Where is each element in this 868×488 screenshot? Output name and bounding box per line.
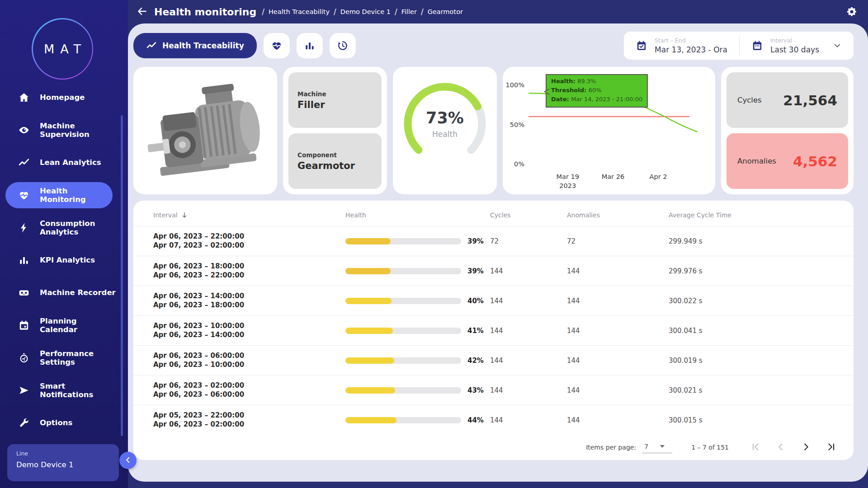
machine-component-card: Machine Filler Component Gearmotor [283, 67, 387, 194]
view-switch-buttons [264, 33, 356, 58]
anomalies-label: Anomalies [737, 157, 776, 165]
bar-chart-icon [18, 254, 30, 266]
sidebar-item-machine-supervision[interactable]: Machine Supervision [0, 114, 128, 146]
page-next-icon [801, 442, 811, 453]
calendar-icon [18, 319, 30, 331]
svg-text:Apr 2: Apr 2 [650, 173, 667, 180]
eye-icon [18, 124, 30, 136]
column-interval[interactable]: Interval [153, 211, 345, 219]
sidebar-item-label: Performance Settings [40, 349, 94, 367]
heart-pulse-icon [271, 40, 283, 52]
tooltip-row: Date: Mar 14, 2023 - 21:00:00 [551, 95, 642, 104]
columns-view-button[interactable] [297, 33, 323, 58]
sidebar-item-machine-recorder[interactable]: Machine Recorder [0, 277, 128, 309]
settings-gear-button[interactable] [846, 6, 857, 17]
sidebar-item-label: Planning Calendar [40, 317, 77, 334]
column-health[interactable]: Health [345, 211, 490, 219]
table-row[interactable]: Apr 06, 2023 – 18:00:00 Apr 06, 2023 – 2… [133, 256, 854, 286]
anomalies-stat: Anomalies 4,562 [726, 133, 848, 189]
column-average-cycle-time[interactable]: Average Cycle Time [669, 211, 834, 219]
health-trend-chart-card: 100%50%0%Mar 192023Mar 26Apr 2 Health: 8… [503, 67, 715, 194]
history-view-button[interactable] [330, 33, 356, 58]
calendar-check-icon [636, 40, 647, 52]
health-cell: 44% [345, 416, 490, 424]
breadcrumb-item[interactable]: Health Traceability [269, 8, 330, 15]
avg-cycle-time-cell: 299.976 s [669, 267, 834, 275]
date-range-picker[interactable]: Start – End Mar 13, 2023 - Ora [624, 37, 739, 54]
first-page-button[interactable] [746, 438, 765, 457]
machine-photo-card [133, 67, 277, 194]
machine-image [145, 80, 266, 181]
tab-health-traceability[interactable]: Health Traceability [133, 33, 257, 58]
sidebar-item-homepage[interactable]: Homepage [0, 81, 128, 114]
svg-text:Mar 26: Mar 26 [602, 173, 624, 180]
sidebar-collapse-button[interactable] [119, 452, 137, 469]
breadcrumb-separator: / [395, 7, 397, 16]
health-cell: 41% [345, 327, 490, 335]
table-row[interactable]: Apr 05, 2023 – 22:00:00 Apr 06, 2023 – 0… [133, 405, 854, 435]
sidebar-item-label: Consumption Analytics [40, 219, 95, 237]
column-anomalies[interactable]: Anomalies [567, 211, 669, 219]
component-value: Gearmotor [297, 160, 373, 171]
breadcrumb-item[interactable]: Gearmotor [428, 8, 463, 15]
table-row[interactable]: Apr 06, 2023 – 02:00:00 Apr 06, 2023 – 0… [133, 375, 854, 405]
page-prev-icon [776, 442, 786, 453]
health-progress-track [345, 298, 461, 304]
column-cycles[interactable]: Cycles [490, 211, 567, 219]
interval-select[interactable]: Interval Last 30 days [740, 37, 854, 54]
sidebar-scrollbar[interactable] [121, 115, 123, 436]
sidebar-item-kpi-analytics[interactable]: KPI Analytics [0, 244, 128, 277]
items-per-page-select[interactable]: 7 [642, 442, 672, 453]
breadcrumb-separator: / [421, 7, 424, 16]
interval-start: Apr 06, 2023 – 06:00:00 [153, 352, 345, 361]
interval-cell: Apr 05, 2023 – 22:00:00 Apr 06, 2023 – 0… [153, 411, 345, 429]
sidebar-item-lean-analytics[interactable]: Lean Analytics [0, 146, 128, 179]
health-percent: 41% [467, 327, 484, 335]
anomalies-cell: 144 [567, 386, 669, 394]
breadcrumb-item[interactable]: Demo Device 1 [340, 8, 391, 15]
previous-page-button[interactable] [771, 438, 790, 457]
health-percent: 42% [467, 357, 484, 365]
sidebar-item-performance-settings[interactable]: Performance Settings [0, 342, 128, 374]
sidebar-item-label: Machine Supervision [40, 122, 90, 139]
machine-subcard: Machine Filler [288, 72, 382, 128]
device-name: Demo Device 1 [16, 460, 110, 469]
table-row[interactable]: Apr 06, 2023 – 10:00:00 Apr 06, 2023 – 1… [133, 315, 854, 345]
heart-pulse-view-button[interactable] [264, 33, 290, 58]
sidebar-item-label: Smart Notifications [40, 382, 93, 399]
interval-cell: Apr 06, 2023 – 06:00:00 Apr 06, 2023 – 1… [153, 352, 345, 370]
anomalies-cell: 144 [567, 327, 669, 335]
table-row[interactable]: Apr 06, 2023 – 06:00:00 Apr 06, 2023 – 1… [133, 345, 854, 375]
anomalies-cell: 144 [567, 297, 669, 305]
table-row[interactable]: Apr 06, 2023 – 14:00:00 Apr 06, 2023 – 1… [133, 286, 854, 315]
app-logo-text: MAT [38, 42, 87, 56]
interval-end: Apr 06, 2023 – 02:00:00 [153, 420, 345, 429]
sidebar-item-health-monitoring[interactable]: Health Monitoring [5, 182, 113, 208]
health-percent: 40% [467, 297, 484, 305]
device-selector-card[interactable]: Line Demo Device 1 [7, 444, 119, 481]
page-first-icon [750, 442, 760, 453]
stopwatch-icon [18, 352, 30, 364]
sidebar-item-label: Health Monitoring [40, 187, 113, 204]
items-per-page-label: Items per page: [586, 444, 636, 451]
sidebar-item-consumption-analytics[interactable]: Consumption Analytics [0, 211, 128, 244]
svg-text:2023: 2023 [559, 182, 576, 189]
cycles-value: 21,564 [783, 92, 837, 108]
breadcrumb-item[interactable]: Filler [401, 8, 417, 15]
page-range: 1 – 7 of 151 [691, 444, 729, 451]
sidebar-item-smart-notifications[interactable]: Smart Notifications [0, 374, 128, 407]
cycles-cell: 144 [490, 327, 567, 335]
back-button[interactable] [136, 6, 148, 18]
next-page-button[interactable] [797, 438, 816, 457]
history-icon [337, 40, 349, 52]
sort-descending-icon [180, 211, 189, 219]
cycles-cell: 144 [490, 297, 567, 305]
last-page-button[interactable] [822, 438, 841, 457]
sidebar-item-planning-calendar[interactable]: Planning Calendar [0, 309, 128, 342]
health-percent: 43% [467, 386, 484, 394]
sidebar-item-options[interactable]: Options [0, 407, 128, 439]
svg-text:100%: 100% [506, 81, 524, 89]
table-row[interactable]: Apr 06, 2023 – 22:00:00 Apr 07, 2023 – 0… [133, 226, 854, 256]
interval-cell: Apr 06, 2023 – 18:00:00 Apr 06, 2023 – 2… [153, 262, 345, 280]
interval-cell: Apr 06, 2023 – 10:00:00 Apr 06, 2023 – 1… [153, 322, 345, 340]
